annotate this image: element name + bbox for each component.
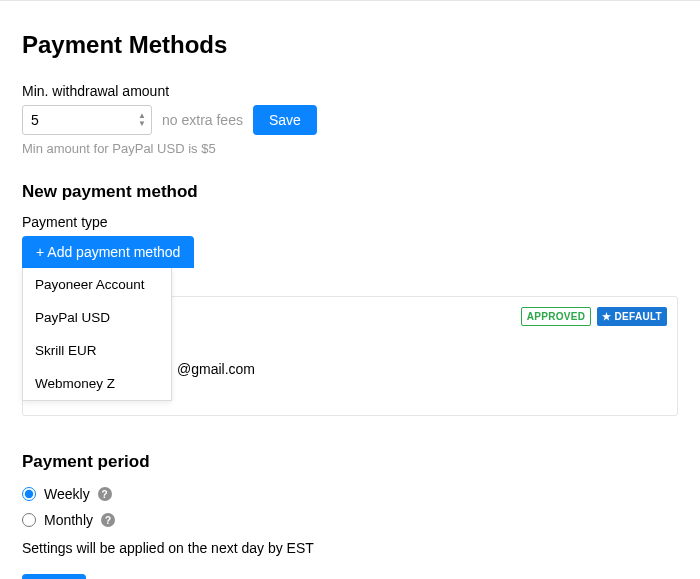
help-icon[interactable]: ? — [101, 513, 115, 527]
dropdown-item-skrill[interactable]: Skrill EUR — [23, 334, 171, 367]
weekly-label: Weekly — [44, 486, 90, 502]
payment-type-dropdown: Payoneer Account PayPal USD Skrill EUR W… — [22, 268, 172, 401]
payment-period-heading: Payment period — [22, 452, 678, 472]
withdrawal-amount-input[interactable] — [22, 105, 152, 135]
stepper-icon[interactable]: ▲▼ — [134, 107, 150, 133]
help-icon[interactable]: ? — [98, 487, 112, 501]
default-badge-label: DEFAULT — [615, 311, 662, 322]
dropdown-item-paypal[interactable]: PayPal USD — [23, 301, 171, 334]
star-icon: ★ — [602, 311, 611, 322]
payment-type-label: Payment type — [22, 214, 678, 230]
save-withdrawal-button[interactable]: Save — [253, 105, 317, 135]
approved-badge: APPROVED — [521, 307, 592, 326]
dropdown-item-payoneer[interactable]: Payoneer Account — [23, 268, 171, 301]
monthly-radio[interactable] — [22, 513, 36, 527]
new-method-heading: New payment method — [22, 182, 678, 202]
withdrawal-hint: Min amount for PayPal USD is $5 — [22, 141, 678, 156]
page-title: Payment Methods — [22, 31, 678, 59]
monthly-label: Monthly — [44, 512, 93, 528]
weekly-radio[interactable] — [22, 487, 36, 501]
withdrawal-label: Min. withdrawal amount — [22, 83, 678, 99]
period-note: Settings will be applied on the next day… — [22, 540, 678, 556]
add-payment-method-button[interactable]: + Add payment method — [22, 236, 194, 268]
fees-text: no extra fees — [162, 112, 243, 128]
default-badge: ★ DEFAULT — [597, 307, 667, 326]
save-period-button[interactable]: Save — [22, 574, 86, 579]
dropdown-item-webmoney[interactable]: Webmoney Z — [23, 367, 171, 400]
